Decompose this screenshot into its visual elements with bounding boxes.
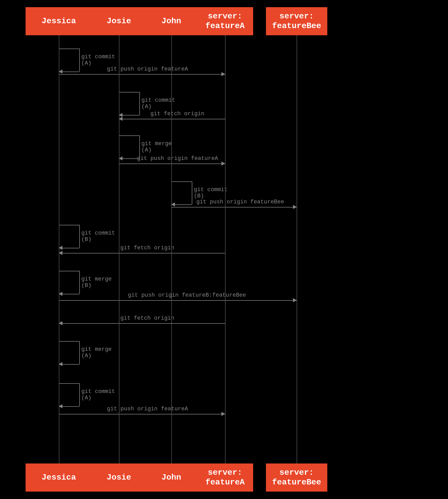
- actor-box-serverfeatureA: server: featureA: [197, 7, 253, 35]
- arrowhead-self: [59, 69, 62, 74]
- actor-box-Josie: Josie: [92, 463, 146, 492]
- self-arrow-right: [79, 341, 80, 364]
- lifeline: [171, 35, 172, 463]
- arrow-label: git fetch origin: [120, 315, 174, 321]
- arrow-line: [59, 414, 225, 414]
- self-arrow-label: git commit (A): [81, 54, 115, 66]
- actor-box-serverfeatureBee: server: featureBee: [266, 463, 327, 492]
- actor-box-serverfeatureA: server: featureA: [197, 463, 253, 492]
- self-arrow-top: [59, 341, 79, 342]
- self-arrow-top: [59, 271, 79, 271]
- arrow-label: git fetch origin: [150, 111, 204, 117]
- arrowhead-left: [59, 321, 62, 325]
- lifeline: [119, 35, 119, 463]
- actor-box-John: John: [146, 7, 197, 35]
- actor-box-Jessica: Jessica: [26, 7, 92, 35]
- arrowhead-right: [293, 298, 297, 302]
- arrowhead-self: [119, 156, 122, 160]
- actor-box-serverfeatureBee: server: featureBee: [266, 7, 327, 35]
- arrowhead-right: [293, 205, 297, 209]
- lifeline: [59, 35, 59, 463]
- arrowhead-self: [119, 113, 122, 117]
- diagram: JessicaJessicaJosieJosieJohnJohnserver: …: [0, 0, 448, 499]
- self-arrow-right: [139, 135, 140, 158]
- self-arrow-right: [79, 49, 80, 72]
- self-arrow-top: [171, 181, 192, 182]
- self-arrow-top: [59, 225, 79, 225]
- self-arrow-label: git merge (A): [81, 346, 112, 359]
- self-arrow-top: [59, 49, 79, 49]
- arrowhead-left: [59, 251, 62, 255]
- arrowhead-left: [119, 117, 122, 121]
- arrowhead-self: [59, 292, 62, 296]
- arrow-line: [59, 323, 225, 324]
- self-arrow-label: git commit (A): [81, 388, 115, 401]
- self-arrow-label: git merge (B): [81, 276, 112, 289]
- actor-box-Jessica: Jessica: [26, 463, 92, 492]
- arrowhead-right: [221, 161, 225, 166]
- arrow-line: [59, 253, 225, 253]
- arrowhead-right: [221, 412, 225, 416]
- arrowhead-right: [221, 72, 225, 76]
- arrow-line: [59, 74, 225, 75]
- self-arrow-right: [79, 225, 80, 248]
- self-arrow-label: git commit (B): [81, 230, 115, 243]
- self-arrow-top: [119, 92, 139, 92]
- arrowhead-self: [59, 362, 62, 366]
- self-arrow-right: [139, 92, 140, 115]
- self-arrow-label: git commit (B): [194, 187, 228, 199]
- arrow-line: [119, 164, 225, 164]
- self-arrow-right: [79, 383, 80, 406]
- arrow-line: [171, 207, 297, 207]
- self-arrow-label: git merge (A): [141, 141, 172, 153]
- actor-box-John: John: [146, 463, 197, 492]
- arrow-label: git push origin featureBee: [196, 199, 284, 205]
- self-arrow-right: [79, 271, 80, 294]
- arrowhead-self: [171, 202, 175, 206]
- arrow-line: [119, 119, 225, 119]
- lifeline: [297, 35, 297, 463]
- arrow-label: git push origin featureA: [137, 155, 218, 162]
- arrow-label: git push origin featureB:featureBee: [128, 292, 246, 298]
- self-arrow-top: [59, 383, 79, 384]
- arrow-label: git fetch origin: [120, 245, 174, 251]
- self-arrow-right: [192, 181, 192, 204]
- lifeline: [225, 35, 226, 463]
- self-arrow-top: [119, 135, 139, 136]
- self-arrow-label: git commit (A): [141, 97, 175, 110]
- arrowhead-self: [59, 246, 62, 250]
- arrow-line: [59, 300, 297, 301]
- arrowhead-self: [59, 404, 62, 408]
- actor-box-Josie: Josie: [92, 7, 146, 35]
